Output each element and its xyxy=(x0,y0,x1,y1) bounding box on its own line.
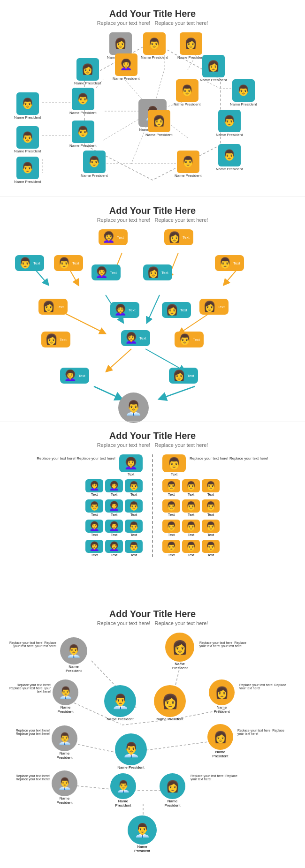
s2-node-r3-r: 👩 Text xyxy=(199,299,229,315)
node-ll1: 👨 Name President xyxy=(14,126,41,153)
s3-right-header: 👨 Text Replace your text here! Replace y… xyxy=(162,454,294,476)
node-b4: 👨 Name President xyxy=(216,144,243,171)
s3-layout: Replace your text here! Replace your tex… xyxy=(5,454,300,557)
section-2: Add Your Title Here Replace your text he… xyxy=(0,196,305,422)
c4-node6: 👩 Name President xyxy=(209,679,235,714)
s2-node-mid-l2: 👨 Text xyxy=(54,255,83,271)
node-top2: 👨 Name President xyxy=(141,32,168,60)
c4-node4: 👨‍💼 Name President xyxy=(104,685,136,721)
svg-line-31 xyxy=(94,386,120,398)
section4-title: Add Your Title Here xyxy=(5,609,300,619)
node-ll2: 👨 Name President xyxy=(69,121,96,148)
s2-node-mid-l1: 👨 Text xyxy=(15,255,44,271)
c4-text-mr: Replace your text here! Replace your tex… xyxy=(239,683,291,690)
s2-node-top2: 👩 Text xyxy=(164,229,193,245)
s2-center-circle: 👨‍💼 xyxy=(118,392,149,423)
section-1: Add Your Title Here Replace your text he… xyxy=(0,0,305,196)
s2-node-r5-r: 👩 Text xyxy=(169,368,198,384)
c4-text-ml: Replace your text here! Replace your tex… xyxy=(8,683,51,693)
s3-right-row3: 👨Text 👨Text 👨Text xyxy=(162,520,220,537)
c4-text-r4l: Replace your text here! Replace your tex… xyxy=(8,774,50,781)
s2-node-r4-c: 👩‍🦱 Text xyxy=(121,330,150,346)
section2-title: Add Your Title Here xyxy=(5,205,300,216)
svg-line-32 xyxy=(162,386,195,398)
s2-node-r3-c1: 👩‍🦱 Text xyxy=(110,302,139,318)
funnel-connectors xyxy=(5,229,300,417)
c4-node13: 👨‍💼 Name President xyxy=(128,815,157,853)
s3-right-row4: 👨Text 👨Text 👨Text xyxy=(162,540,220,557)
svg-line-30 xyxy=(145,349,183,370)
node-ur1: 👩 Name President xyxy=(200,55,227,82)
s3-left-col: Replace your text here! Replace your tex… xyxy=(11,454,143,557)
s2-node-mid-c2: 👩 Text xyxy=(143,264,172,280)
section4-subtitle: Replace your text here! Replace your tex… xyxy=(5,620,300,626)
s3-left-row2: 👨Text 👩‍🦱Text 👨Text xyxy=(85,499,143,517)
s3-right-col: 👨 Text Replace your text here! Replace y… xyxy=(162,454,294,557)
node-lr2: 👨 Name President xyxy=(216,110,243,137)
node-l2: 👨 Name President xyxy=(69,88,96,115)
s2-node-mid-r1: 👨 Text xyxy=(215,255,244,271)
s3-right-row1: 👨Text 👨Text 👨Text xyxy=(162,479,220,497)
node-b3: 👨 Name President xyxy=(175,151,201,178)
c4-node5: 👩 Name President xyxy=(154,685,186,721)
c4-node7: 👨‍💼 Name President xyxy=(52,725,77,760)
s3-right-header-text: Replace your text here! Replace your tex… xyxy=(190,454,294,460)
s2-node-r4-r: 👨 Text xyxy=(175,332,204,347)
s3-right-row2: 👨Text 👨Text 👨Text xyxy=(162,499,220,517)
s3-left-row3: 👩‍🦱Text 👩‍🦱Text 👨Text xyxy=(85,520,143,537)
c4-node9: 👩 Name President xyxy=(207,724,233,758)
s3-left-r1c2: 👩‍🦱 Text xyxy=(105,479,123,497)
section3-title: Add Your Title Here xyxy=(5,430,300,441)
s3-center xyxy=(152,454,153,557)
c4-text-tr: Replace your text here! Replace your tex… xyxy=(199,641,251,648)
svg-line-26 xyxy=(148,295,160,321)
section-3: Add Your Title Here Replace your text he… xyxy=(0,422,305,600)
s2-node-r3-c2: 👩 Text xyxy=(162,302,191,318)
s3-left-header-text: Replace your text here! Replace your tex… xyxy=(11,454,115,460)
node-ur2: 👨 Name President xyxy=(230,79,257,106)
section1-title: Add Your Title Here xyxy=(5,8,300,19)
svg-line-29 xyxy=(108,349,131,370)
c4-text-r3l: Replace your text here! Replace your tex… xyxy=(8,729,50,735)
s3-left-row1: 👩‍🦱 Text 👩‍🦱 Text 👨 Text xyxy=(85,479,143,497)
c4-node3: 👨‍💼 Name President xyxy=(53,679,78,714)
s3-right-top-card: 👨 Text xyxy=(162,454,186,476)
s2-node-mid-c1: 👩‍🦱 Text xyxy=(92,264,121,280)
s3-left-top-card: 👩‍🦱 Text xyxy=(119,454,143,476)
section2-subtitle: Replace your text here! Replace your tex… xyxy=(5,217,300,223)
funnel-chart: 👩‍🦱 Text 👩 Text 👨 Text 👨 Text xyxy=(5,229,300,417)
section-4: Add Your Title Here Replace your text he… xyxy=(0,600,305,862)
node-b1: 👨 Name President xyxy=(14,157,41,184)
s3-left-header: Replace your text here! Replace your tex… xyxy=(11,454,143,476)
hex-chart: 👨‍💼 Name President 👩 Name President 👨 Na… xyxy=(5,32,300,192)
c4-node1: 👨‍💼 Name President xyxy=(60,637,87,673)
s3-left-r1c3: 👨 Text xyxy=(125,479,143,497)
svg-line-12 xyxy=(206,82,221,89)
node-ul1: 👩 Name President xyxy=(74,58,101,85)
node-ul2: 👩‍🦱 Name President xyxy=(113,53,139,81)
section3-subtitle: Replace your text here! Replace your tex… xyxy=(5,442,300,448)
c4-node8: 👨‍💼 Name President xyxy=(115,733,147,770)
c4-node2: 👩 Name President xyxy=(165,633,194,670)
c4-text-r3r: Replace your text here! Replace your tex… xyxy=(237,729,289,735)
s3-left-r1c1: 👩‍🦱 Text xyxy=(85,479,103,497)
s3-left-row4: 👩‍🦱Text 👩‍🦱Text 👨Text xyxy=(85,540,143,557)
node-mr1: 👨 Name President xyxy=(174,79,200,106)
s2-node-r5-l: 👩‍🦱 Text xyxy=(60,368,89,384)
s2-node-r4-l: 👩 Text xyxy=(41,332,70,347)
s2-node-r3-l: 👩 Text xyxy=(38,299,68,315)
node-lr1: 👩 Name President xyxy=(145,110,172,137)
c4-node12: 👩 Name President xyxy=(160,773,185,808)
node-l1: 👨 Name President xyxy=(14,92,41,120)
circle-chart: Replace your text here! Replace your tex… xyxy=(5,633,300,858)
c4-node10: 👨‍💼 Name President xyxy=(52,770,77,805)
c4-text-r4r: Replace your text here! Replace your tex… xyxy=(191,774,242,781)
section1-subtitle: Replace your text here! Replace your tex… xyxy=(5,20,300,26)
node-b2: 👨 Name President xyxy=(81,151,107,178)
c4-node11: 👨‍💼 Name President xyxy=(110,773,136,808)
s2-node-top1: 👩‍🦱 Text xyxy=(99,229,128,245)
c4-text-tl: Replace your text here! Replace your tex… xyxy=(9,641,56,648)
